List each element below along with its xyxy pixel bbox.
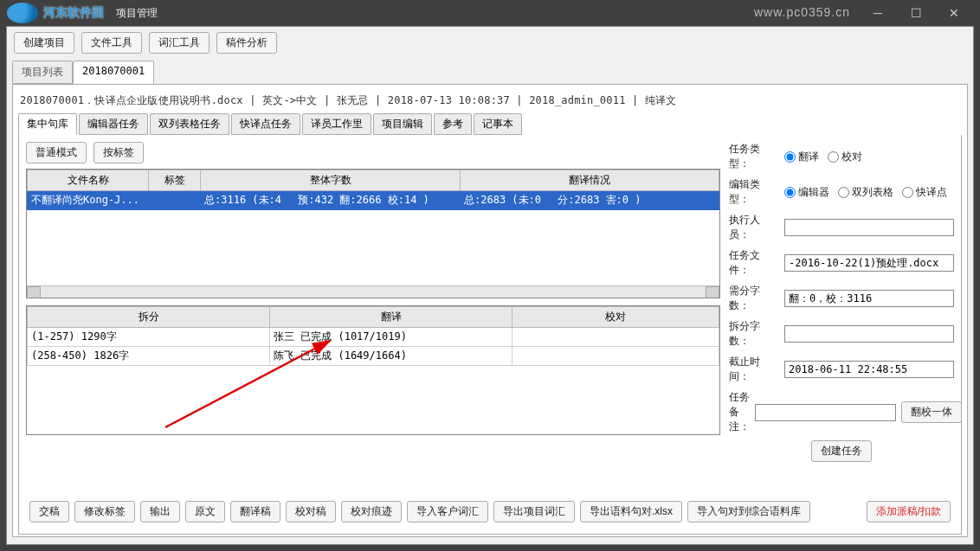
logo-text: 河东软件园 bbox=[43, 5, 104, 21]
close-button[interactable]: ✕ bbox=[935, 1, 973, 25]
radio-fasttrans[interactable]: 快译点 bbox=[902, 185, 947, 200]
radio-translate[interactable]: 翻译 bbox=[784, 150, 819, 164]
create-task-button[interactable]: 创建任务 bbox=[811, 440, 872, 462]
sub-tab-7[interactable]: 记事本 bbox=[474, 113, 522, 135]
review-trace-button[interactable]: 校对痕迹 bbox=[341, 501, 402, 522]
executor-label: 执行人员： bbox=[729, 213, 779, 242]
deadline-input[interactable] bbox=[784, 361, 954, 378]
col-review[interactable]: 校对 bbox=[513, 307, 719, 328]
app-body: 创建项目 文件工具 词汇工具 稿件分析 项目列表 2018070001 2018… bbox=[6, 26, 974, 545]
sub-tab-1[interactable]: 编辑器任务 bbox=[79, 113, 148, 135]
table-row[interactable]: 不翻译尚尧Kong-J... 总:3116 (未:4 预:432 翻:2666 … bbox=[28, 191, 719, 210]
task-file-input[interactable] bbox=[784, 254, 954, 272]
output-button[interactable]: 输出 bbox=[140, 501, 180, 522]
main-toolbar: 创建项目 文件工具 词汇工具 稿件分析 bbox=[7, 27, 973, 59]
cell-wordcount: 总:3116 (未:4 预:432 翻:2666 校:14 ) bbox=[201, 191, 461, 210]
remark-label: 任务备注： bbox=[729, 390, 750, 434]
split-table[interactable]: 拆分 翻译 校对 (1-257) 1290字 张三 已完成 (1017/1019… bbox=[26, 305, 720, 435]
by-tag-button[interactable]: 按标签 bbox=[93, 142, 144, 163]
vocab-tools-button[interactable]: 词汇工具 bbox=[149, 32, 210, 54]
reviewed-button[interactable]: 校对稿 bbox=[286, 501, 336, 522]
project-panel: 2018070001．快译点企业版使用说明书.docx | 英文->中文 | 张… bbox=[12, 84, 968, 537]
create-project-button[interactable]: 创建项目 bbox=[14, 32, 74, 54]
watermark-text: www.pc0359.cn bbox=[754, 5, 850, 19]
window-controls: ─ ☐ ✕ bbox=[859, 1, 973, 25]
file-header-bar: 2018070001．快译点企业版使用说明书.docx | 英文->中文 | 张… bbox=[18, 90, 962, 112]
col-translate[interactable]: 翻译 bbox=[270, 307, 513, 328]
mode-row: 普通模式 按标签 bbox=[26, 142, 720, 163]
file-tools-button[interactable]: 文件工具 bbox=[81, 32, 142, 54]
source-button[interactable]: 原文 bbox=[185, 501, 225, 522]
col-tag[interactable]: 标签 bbox=[149, 170, 201, 191]
sub-tabstrip: 集中句库 编辑器任务 双列表格任务 快译点任务 译员工作里 项目编辑 参考 记事… bbox=[18, 113, 962, 135]
radio-editor[interactable]: 编辑器 bbox=[784, 185, 829, 200]
cell-tag bbox=[149, 191, 201, 210]
tab-project-list[interactable]: 项目列表 bbox=[12, 61, 73, 84]
remark-input[interactable] bbox=[755, 404, 896, 421]
window-title: 项目管理 bbox=[116, 6, 158, 21]
sub-tab-3[interactable]: 快译点任务 bbox=[231, 113, 300, 135]
sub-tab-4[interactable]: 译员工作里 bbox=[302, 113, 371, 135]
sub-tab-0[interactable]: 集中句库 bbox=[18, 113, 77, 135]
need-words-input[interactable] bbox=[784, 290, 954, 307]
import-sentpair-button[interactable]: 导入句对到综合语料库 bbox=[687, 501, 810, 522]
inner-panel: 普通模式 按标签 文件名称 标签 整体字数 翻译情况 bbox=[18, 135, 962, 535]
col-wordcount[interactable]: 整体字数 bbox=[201, 170, 461, 191]
normal-mode-button[interactable]: 普通模式 bbox=[26, 142, 87, 163]
task-type-label: 任务类型： bbox=[729, 142, 779, 171]
split-words-label: 拆分字数： bbox=[729, 319, 779, 349]
col-filename[interactable]: 文件名称 bbox=[28, 170, 149, 191]
doc-analysis-button[interactable]: 稿件分析 bbox=[216, 32, 277, 54]
need-words-label: 需分字数： bbox=[729, 284, 779, 313]
edit-type-label: 编辑类型： bbox=[729, 177, 779, 207]
cell-status: 总:2683 (未:0 分:2683 害:0 ) bbox=[461, 191, 719, 210]
import-client-vocab-button[interactable]: 导入客户词汇 bbox=[407, 501, 488, 522]
cell-filename: 不翻译尚尧Kong-J... bbox=[28, 191, 149, 210]
submit-button[interactable]: 交稿 bbox=[29, 501, 69, 522]
minimize-button[interactable]: ─ bbox=[859, 1, 897, 25]
task-file-label: 任务文件： bbox=[729, 248, 779, 278]
horizontal-scrollbar[interactable] bbox=[27, 285, 719, 298]
translated-button[interactable]: 翻译稿 bbox=[230, 501, 280, 522]
table-row[interactable]: (1-257) 1290字 张三 已完成 (1017/1019) bbox=[28, 328, 719, 347]
main-tabstrip: 项目列表 2018070001 bbox=[7, 61, 973, 84]
trans-review-button[interactable]: 翻校一体 bbox=[901, 401, 962, 423]
deadline-label: 截止时间： bbox=[729, 355, 779, 384]
sub-tab-5[interactable]: 项目编辑 bbox=[373, 113, 432, 135]
col-split[interactable]: 拆分 bbox=[28, 307, 270, 328]
table-row[interactable]: (258-450) 1826字 陈飞 已完成 (1649/1664) bbox=[28, 347, 719, 366]
radio-review[interactable]: 校对 bbox=[828, 150, 862, 164]
sub-tab-6[interactable]: 参考 bbox=[434, 113, 472, 135]
task-form: 任务类型： 翻译 校对 编辑类型： 编辑器 双列表格 快译点 bbox=[729, 142, 954, 496]
add-dispatch-deduct-button[interactable]: 添加派稿/扣款 bbox=[867, 501, 951, 522]
executor-input[interactable] bbox=[784, 219, 954, 236]
export-project-vocab-button[interactable]: 导出项目词汇 bbox=[493, 501, 575, 522]
maximize-button[interactable]: ☐ bbox=[897, 1, 935, 25]
app-logo-icon bbox=[7, 3, 38, 23]
edit-tag-button[interactable]: 修改标签 bbox=[74, 501, 135, 522]
left-column: 普通模式 按标签 文件名称 标签 整体字数 翻译情况 bbox=[26, 142, 720, 496]
export-corpus-xlsx-button[interactable]: 导出语料句对.xlsx bbox=[580, 501, 682, 522]
sub-tab-2[interactable]: 双列表格任务 bbox=[150, 113, 229, 135]
radio-dualcol[interactable]: 双列表格 bbox=[838, 185, 893, 200]
tab-project-id[interactable]: 2018070001 bbox=[73, 61, 154, 84]
split-words-input[interactable] bbox=[784, 325, 954, 343]
bottom-toolbar: 交稿 修改标签 输出 原文 翻译稿 校对稿 校对痕迹 导入客户词汇 导出项目词汇… bbox=[26, 496, 954, 524]
col-status[interactable]: 翻译情况 bbox=[461, 170, 719, 191]
logo-area: 河东软件园 项目管理 bbox=[7, 3, 158, 23]
file-table[interactable]: 文件名称 标签 整体字数 翻译情况 不翻译尚尧Kong-J... bbox=[26, 169, 720, 298]
